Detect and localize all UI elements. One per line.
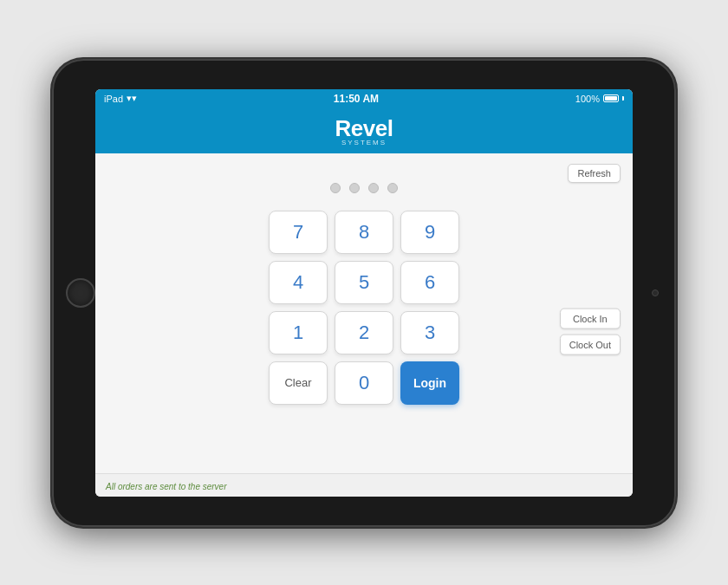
clock-buttons: Clock In Clock Out [560, 309, 621, 355]
screen: iPad ▾▾ 11:50 AM 100% Revel SYSTEMS [95, 89, 633, 497]
num-btn-5[interactable]: 5 [335, 261, 393, 304]
bottom-status-text: All orders are sent to the server [106, 482, 227, 491]
login-button[interactable]: Login [400, 361, 459, 405]
num-btn-2[interactable]: 2 [335, 311, 393, 354]
status-left: iPad ▾▾ [104, 93, 137, 104]
logo-sub: SYSTEMS [335, 139, 393, 146]
main-content: Refresh 7 8 9 4 5 6 1 2 3 [95, 153, 633, 473]
clock-out-button[interactable]: Clock Out [560, 335, 621, 355]
home-button[interactable] [66, 278, 95, 308]
pin-dot-1 [330, 183, 341, 193]
app-header: Revel SYSTEMS [95, 108, 633, 153]
battery-fill [605, 96, 617, 101]
bottom-row: Clear 0 Login [269, 361, 459, 405]
device-name: iPad [104, 94, 123, 104]
num-btn-7[interactable]: 7 [269, 211, 328, 254]
pin-dot-4 [387, 183, 398, 193]
clock-in-button[interactable]: Clock In [560, 309, 621, 329]
num-btn-1[interactable]: 1 [269, 311, 328, 354]
pin-dot-3 [368, 183, 379, 193]
logo-main: Revel [335, 115, 393, 141]
pin-dot-2 [349, 183, 360, 193]
wifi-icon: ▾▾ [127, 93, 137, 104]
tablet-shell: iPad ▾▾ 11:50 AM 100% Revel SYSTEMS [52, 59, 676, 527]
bottom-bar: All orders are sent to the server [95, 473, 633, 497]
battery-icon [603, 94, 619, 102]
status-time: 11:50 AM [334, 93, 379, 105]
numpad: 7 8 9 4 5 6 1 2 3 [269, 211, 459, 354]
battery-percent: 100% [575, 94, 600, 104]
refresh-button[interactable]: Refresh [568, 164, 621, 183]
clear-button[interactable]: Clear [269, 361, 328, 405]
status-bar: iPad ▾▾ 11:50 AM 100% [95, 89, 633, 108]
battery-tip [622, 96, 624, 101]
num-btn-8[interactable]: 8 [335, 211, 393, 254]
num-btn-3[interactable]: 3 [400, 311, 459, 354]
logo-container: Revel SYSTEMS [335, 115, 393, 146]
num-btn-0[interactable]: 0 [335, 361, 393, 405]
pin-dots [330, 183, 398, 193]
num-btn-6[interactable]: 6 [400, 261, 459, 304]
camera-dot [652, 289, 659, 296]
status-right: 100% [575, 94, 624, 104]
num-btn-9[interactable]: 9 [400, 211, 459, 254]
num-btn-4[interactable]: 4 [269, 261, 328, 304]
